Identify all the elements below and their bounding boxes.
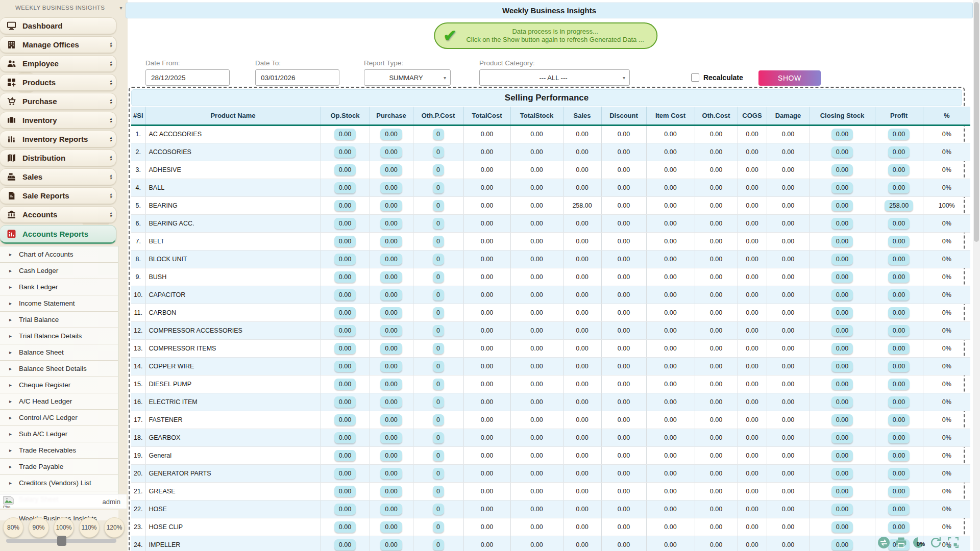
submenu-item-income-statement[interactable]: ▸Income Statement (0, 295, 118, 312)
value-badge: 0.00 (334, 271, 356, 283)
submenu-item-control-a-c-ledger[interactable]: ▸Control A/C Ledger (0, 410, 118, 426)
value-badge: 0 (433, 164, 444, 176)
vertical-scrollbar-thumb[interactable] (974, 2, 979, 242)
submenu-item-chart-of-accounts[interactable]: ▸Chart of Accounts (0, 246, 118, 263)
value-cell: 0.00 (695, 375, 738, 393)
vertical-scrollbar[interactable] (973, 0, 980, 551)
sales-icon (6, 172, 16, 182)
value-cell: 0.00 (875, 446, 923, 464)
product-name-cell: ELECTRIC ITEM (145, 393, 321, 411)
sidebar-item-inventory[interactable]: Inventory▴▾ (0, 112, 116, 129)
submenu-item-balance-sheet[interactable]: ▸Balance Sheet (0, 344, 118, 361)
swap-icon[interactable] (877, 536, 890, 549)
report-type-select[interactable]: SUMMARY ▾ (364, 69, 451, 86)
table-row: 15.DIESEL PUMP0.000.0000.000.000.000.000… (131, 375, 970, 393)
column-header-product-name: Product Name (145, 107, 321, 125)
recalculate-checkbox[interactable] (691, 73, 699, 82)
serial-cell: 12. (131, 321, 145, 339)
value-cell: 0.00 (875, 304, 923, 321)
value-cell: 0.00 (810, 321, 875, 339)
value-badge: 0.00 (888, 486, 910, 497)
serial-cell: 23. (131, 518, 145, 536)
value-badge: 258.00 (885, 200, 913, 211)
sidebar-item-sales[interactable]: Sales▴▾ (0, 168, 116, 185)
value-cell: 0.00 (767, 232, 810, 250)
sidebar-item-manage-offices[interactable]: Manage Offices▴▾ (0, 36, 116, 53)
submenu-item-sub-a-c-ledger[interactable]: ▸Sub A/C Ledger (0, 426, 118, 442)
value-badge: 0.00 (334, 182, 356, 193)
value-badge: 0.00 (831, 164, 853, 176)
sidebar-item-purchase[interactable]: Purchase▴▾ (0, 93, 116, 110)
value-cell: 0.00 (370, 232, 413, 250)
value-cell: 0.00 (463, 375, 510, 393)
sidebar-item-distribution[interactable]: Distribution▴▾ (0, 149, 116, 166)
submenu-item-label: A/C Head Ledger (19, 397, 72, 405)
sidebar-item-dashboard[interactable]: Dashboard (0, 17, 116, 34)
value-cell: 0.00 (510, 161, 563, 179)
submenu-item-bank-ledger[interactable]: ▸Bank Ledger (0, 279, 118, 295)
date-to-input[interactable]: 03/01/2026 (255, 69, 339, 86)
value-badge: 0.00 (380, 271, 402, 283)
value-cell: 0.00 (738, 196, 767, 214)
serial-cell: 8. (131, 250, 145, 268)
submenu-item-trial-balance[interactable]: ▸Trial Balance (0, 312, 118, 328)
sidebar-item-products[interactable]: Products▴▾ (0, 74, 116, 91)
refresh-icon[interactable] (929, 536, 942, 549)
sidebar-item-sale-reports[interactable]: Sale Reports▴▾ (0, 187, 116, 204)
submenu-item-creditors-vendors-list[interactable]: ▸Creditors (Vendors) List (0, 475, 118, 491)
value-cell: 0.00 (810, 375, 875, 393)
value-cell: 0.00 (810, 429, 875, 446)
value-cell: 0% (923, 321, 970, 339)
print-icon[interactable] (895, 536, 908, 549)
zoom-button-90[interactable]: 90% (29, 517, 49, 538)
zoom-button-100[interactable]: 100% (54, 517, 74, 538)
submenu-item-trade-receivables[interactable]: ▸Trade Receivables (0, 442, 118, 459)
fullscreen-icon[interactable] (947, 536, 960, 549)
value-badge: 0 (433, 254, 444, 265)
submenu-item-trade-payable[interactable]: ▸Trade Payable (0, 459, 118, 475)
value-badge: 0 (433, 432, 444, 443)
date-from-input[interactable]: 28/12/2025 (145, 69, 230, 86)
sidebar-item-accounts-reports[interactable]: Accounts Reports (0, 225, 116, 244)
value-cell: 0.00 (646, 536, 695, 551)
sidebar-item-label: Accounts Reports (22, 230, 88, 238)
value-cell: 0 (413, 500, 463, 518)
column-header-discount: Discount (601, 107, 646, 125)
show-button[interactable]: SHOW (758, 70, 821, 86)
value-cell: 0.00 (370, 500, 413, 518)
zoom-button-80[interactable]: 80% (3, 517, 23, 538)
value-cell: 0.00 (463, 250, 510, 268)
submenu-item-a-c-head-ledger[interactable]: ▸A/C Head Ledger (0, 393, 118, 410)
value-cell: 0.00 (875, 339, 923, 357)
submenu-item-cheque-register[interactable]: ▸Cheque Register (0, 377, 118, 393)
sidebar-item-inventory-reports[interactable]: Inventory Reports▴▾ (0, 131, 116, 147)
zoom-slider-thumb[interactable] (57, 536, 66, 546)
value-badge: 0.00 (380, 379, 402, 390)
product-name-cell: DIESEL PUMP (145, 375, 321, 393)
sidebar-header[interactable]: WEEKLY BUSINESS INSIGHTS ▾ (0, 0, 128, 15)
value-badge: 0.00 (380, 539, 402, 550)
value-cell: 0.00 (695, 143, 738, 161)
zoom-button-120[interactable]: 120% (104, 517, 125, 538)
value-badge: 0 (433, 271, 444, 283)
zoom-button-110[interactable]: 110% (79, 517, 100, 538)
product-category-select[interactable]: --- ALL --- ▾ (479, 69, 630, 86)
value-cell: 0 (413, 446, 463, 464)
value-cell: 0.00 (370, 482, 413, 500)
dashboard-icon (6, 21, 16, 31)
sidebar-item-accounts[interactable]: Accounts▴▾ (0, 206, 116, 223)
zoom-slider[interactable] (6, 539, 116, 543)
serial-cell: 1. (131, 125, 145, 143)
table-row: 18.GEARBOX0.000.0000.000.000.000.000.000… (131, 429, 970, 446)
percent-icon[interactable]: 0% (912, 536, 925, 549)
sidebar-item-employee[interactable]: Employee▴▾ (0, 55, 116, 72)
submenu-item-trial-balance-details[interactable]: ▸Trial Balance Details (0, 328, 118, 344)
value-cell: 0.00 (695, 393, 738, 411)
submenu-item-label: Creditors (Vendors) List (19, 479, 91, 487)
value-badge: 0 (433, 486, 444, 497)
value-cell: 0% (923, 500, 970, 518)
product-name-cell: IMPELLER (145, 536, 321, 551)
submenu-item-balance-sheet-details[interactable]: ▸Balance Sheet Details (0, 361, 118, 377)
value-cell: 0.00 (738, 304, 767, 321)
submenu-item-cash-ledger[interactable]: ▸Cash Ledger (0, 263, 118, 279)
